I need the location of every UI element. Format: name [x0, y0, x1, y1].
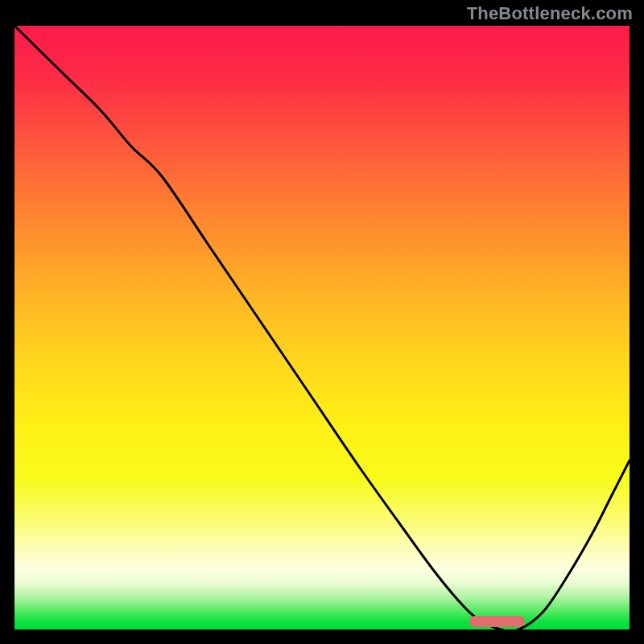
chart-frame: TheBottleneck.com	[0, 0, 644, 644]
bottleneck-curve	[14, 26, 630, 630]
watermark-text: TheBottleneck.com	[467, 3, 633, 24]
optimal-range-marker	[469, 616, 525, 627]
plot-area	[14, 26, 630, 630]
